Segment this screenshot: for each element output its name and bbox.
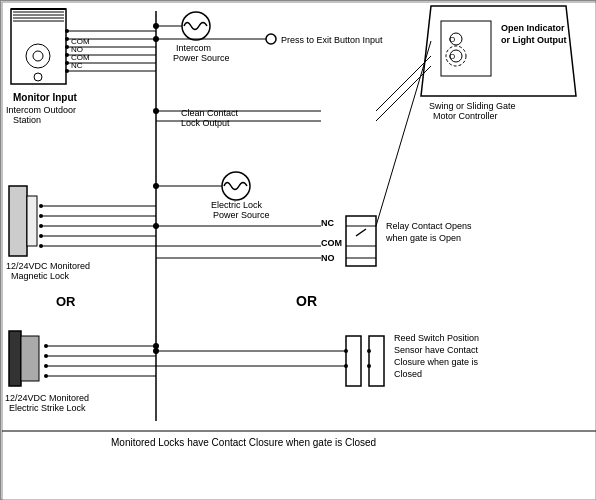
svg-rect-31 (27, 196, 37, 246)
svg-text:Lock Output: Lock Output (181, 118, 230, 128)
svg-rect-40 (21, 336, 39, 381)
svg-point-8 (33, 51, 43, 61)
svg-text:Closure when gate is: Closure when gate is (394, 357, 479, 367)
svg-point-21 (182, 12, 210, 40)
svg-point-95 (153, 348, 159, 354)
svg-text:Intercom: Intercom (176, 43, 211, 53)
svg-text:O: O (449, 35, 455, 44)
svg-rect-87 (346, 336, 361, 386)
svg-text:Electric Lock: Electric Lock (211, 200, 263, 210)
svg-point-92 (367, 364, 371, 368)
svg-text:Motor Controller: Motor Controller (433, 111, 498, 121)
svg-text:Sensor have Contact: Sensor have Contact (394, 345, 479, 355)
svg-point-91 (367, 349, 371, 353)
svg-rect-39 (9, 331, 21, 386)
svg-text:Open Indicator: Open Indicator (501, 23, 565, 33)
svg-text:when gate is Open: when gate is Open (385, 233, 461, 243)
svg-text:Power Source: Power Source (213, 210, 270, 220)
svg-text:Magnetic Lock: Magnetic Lock (11, 271, 70, 281)
intercom-outdoor-label: Intercom Outdoor (6, 105, 76, 115)
svg-text:Relay Contact Opens: Relay Contact Opens (386, 221, 472, 231)
svg-text:Electric Strike Lock: Electric Strike Lock (9, 403, 86, 413)
svg-point-70 (153, 108, 159, 114)
svg-text:Swing or Sliding Gate: Swing or Sliding Gate (429, 101, 516, 111)
or-label-middle: OR (296, 293, 317, 309)
svg-point-68 (153, 23, 159, 29)
svg-text:NC: NC (71, 61, 83, 70)
svg-rect-100 (441, 21, 491, 76)
svg-text:12/24VDC Monitored: 12/24VDC Monitored (6, 261, 90, 271)
wiring-diagram: COM NO COM NC Monitor Input Intercom Out… (0, 0, 596, 500)
svg-point-9 (34, 73, 42, 81)
svg-text:12/24VDC Monitored: 12/24VDC Monitored (5, 393, 89, 403)
svg-text:Station: Station (13, 115, 41, 125)
svg-rect-30 (9, 186, 27, 256)
svg-text:Closed: Closed (394, 369, 422, 379)
monitor-input-label: Monitor Input (13, 92, 78, 103)
svg-text:COM: COM (321, 238, 342, 248)
svg-point-69 (153, 36, 159, 42)
press-to-exit-label: Press to Exit Button Input (281, 35, 383, 45)
svg-point-27 (222, 172, 250, 200)
svg-text:or Light Output: or Light Output (501, 35, 566, 45)
svg-text:O: O (449, 52, 455, 61)
svg-rect-88 (369, 336, 384, 386)
svg-text:NC: NC (321, 218, 334, 228)
or-label-top: OR (56, 294, 76, 309)
svg-point-24 (266, 34, 276, 44)
svg-text:NO: NO (321, 253, 335, 263)
footer-label: Monitored Locks have Contact Closure whe… (111, 437, 376, 448)
svg-text:Reed Switch Position: Reed Switch Position (394, 333, 479, 343)
svg-point-84 (153, 223, 159, 229)
svg-text:Power Source: Power Source (173, 53, 230, 63)
svg-text:Clean Contact: Clean Contact (181, 108, 239, 118)
svg-point-71 (153, 183, 159, 189)
